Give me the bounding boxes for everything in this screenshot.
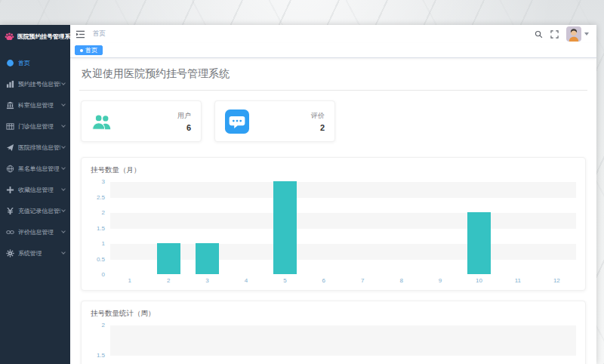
chevron-down-icon [61, 250, 66, 254]
sidebar-item-label: 评价信息管理 [18, 228, 60, 236]
sidebar-item-label: 黑名单信息管理 [18, 165, 60, 173]
tab-active-dot [80, 49, 83, 52]
chart-title: 挂号数量统计（周） [91, 309, 576, 319]
grid-band [110, 198, 576, 214]
stat-value: 6 [177, 123, 191, 132]
y-tick-label: 0.5 [97, 257, 105, 263]
bar-month-3 [196, 243, 219, 274]
breadcrumb[interactable]: 首页 [93, 29, 106, 39]
paw-icon [5, 32, 14, 42]
link-icon [6, 228, 14, 236]
sidebar-item-6[interactable]: 收藏信息管理 [0, 179, 70, 200]
table-icon [6, 122, 14, 131]
weekly-registrations-chart: 挂号数量统计（周） 21.510.50 [81, 301, 586, 364]
bar-month-2 [157, 243, 180, 274]
avatar[interactable] [566, 26, 581, 42]
chevron-down-icon [61, 208, 66, 212]
chevron-down-icon [61, 102, 66, 106]
y-tick-label: 2 [102, 322, 105, 329]
chevron-down-icon [61, 165, 66, 170]
sidebar-item-0[interactable]: 首页 [0, 52, 70, 73]
y-tick-label: 1.5 [97, 226, 105, 232]
chevron-down-icon [61, 144, 66, 149]
x-tick-label: 2 [149, 277, 187, 284]
fullscreen-icon[interactable] [550, 30, 559, 39]
y-tick-label: 0 [102, 272, 105, 278]
x-tick-label: 6 [304, 277, 343, 284]
x-tick-label: 3 [188, 277, 226, 284]
sidebar-item-3[interactable]: 门诊信息管理 [0, 116, 70, 137]
grid-band [110, 229, 576, 245]
y-axis: 21.510.50 [88, 325, 110, 364]
main-column: 首页 首页 欢迎使用医院预约挂号管理系统 用户6评价2 挂号数量（月） 32.5… [70, 25, 596, 364]
sidebar-menu: 首页预约挂号信息管理科室信息管理门诊信息管理医院排班信息管理黑名单信息管理收藏信… [0, 52, 70, 264]
send-icon [6, 143, 14, 152]
grid-band [110, 260, 576, 276]
chevron-down-icon [61, 123, 66, 128]
gear-icon [6, 249, 14, 258]
sidebar-item-9[interactable]: 系统管理 [0, 242, 70, 264]
plot [110, 182, 576, 275]
building-icon [6, 101, 14, 110]
sidebar-item-label: 门诊信息管理 [18, 122, 60, 131]
tabbar: 首页 [70, 43, 596, 58]
sidebar-item-label: 医院排班信息管理 [18, 143, 60, 152]
plot [110, 325, 576, 364]
x-tick-label: 12 [538, 277, 576, 284]
tab-label: 首页 [85, 46, 97, 54]
plus-icon [6, 186, 14, 194]
sidebar-item-2[interactable]: 科室信息管理 [0, 94, 70, 116]
sidebar: 医院预约挂号管理系统 首页预约挂号信息管理科室信息管理门诊信息管理医院排班信息管… [0, 25, 70, 364]
x-tick-label: 10 [460, 277, 498, 284]
sidebar-toggle-icon[interactable] [76, 30, 85, 39]
grid-band [110, 356, 576, 364]
sidebar-item-1[interactable]: 预约挂号信息管理 [0, 73, 70, 94]
sidebar-item-8[interactable]: 评价信息管理 [0, 221, 70, 242]
x-tick-label: 9 [421, 277, 459, 284]
search-icon[interactable] [535, 30, 543, 39]
y-tick-label: 1 [102, 241, 105, 247]
app-title: 医院预约挂号管理系统 [17, 32, 76, 41]
stat-label: 评价 [311, 111, 325, 121]
stat-card-1: 评价2 [214, 100, 335, 142]
stat-card-0: 用户6 [81, 100, 202, 142]
sidebar-item-label: 预约挂号信息管理 [18, 80, 60, 88]
x-tick-label: 5 [266, 277, 304, 284]
app-logo: 医院预约挂号管理系统 [0, 25, 70, 48]
sidebar-item-label: 首页 [18, 59, 65, 67]
grid-band [110, 182, 576, 198]
caret-down-icon[interactable] [584, 32, 589, 35]
chart-title: 挂号数量（月） [91, 165, 576, 175]
x-tick-label: 8 [382, 277, 421, 284]
x-tick-label: 11 [498, 277, 537, 284]
users-icon [91, 113, 113, 130]
x-axis: 123456789101112 [110, 277, 576, 284]
dashboard-icon [6, 59, 14, 67]
sidebar-item-5[interactable]: 黑名单信息管理 [0, 158, 70, 179]
y-axis: 32.521.510.50 [88, 182, 110, 275]
stat-cards-row: 用户6评价2 [81, 100, 586, 142]
sidebar-item-label: 收藏信息管理 [18, 186, 60, 194]
divider [79, 90, 587, 91]
sidebar-item-4[interactable]: 医院排班信息管理 [0, 137, 70, 158]
x-tick-label: 1 [110, 277, 149, 284]
chevron-down-icon [61, 187, 66, 191]
content-area: 欢迎使用医院预约挂号管理系统 用户6评价2 挂号数量（月） 32.521.510… [70, 58, 596, 364]
page-title: 欢迎使用医院预约挂号管理系统 [82, 67, 586, 81]
chevron-down-icon [61, 81, 66, 85]
chart-plot-area: 32.521.510.50 [88, 182, 576, 275]
x-tick-label: 7 [344, 277, 382, 284]
yen-icon [6, 207, 14, 215]
bar-month-10 [467, 212, 491, 274]
app-window: 医院预约挂号管理系统 首页预约挂号信息管理科室信息管理门诊信息管理医院排班信息管… [0, 25, 596, 364]
monthly-registrations-chart: 挂号数量（月） 32.521.510.50 123456789101112 [81, 157, 586, 291]
tab-home[interactable]: 首页 [75, 45, 103, 55]
chart-plot-area: 21.510.50 [88, 325, 576, 364]
chevron-down-icon [61, 229, 66, 233]
stat-label: 用户 [177, 111, 191, 121]
x-tick-label: 4 [226, 277, 265, 284]
bar-chart-icon [6, 80, 14, 88]
sidebar-item-7[interactable]: 充值记录信息管理 [0, 200, 70, 221]
grid-band [110, 325, 576, 356]
y-tick-label: 2 [102, 210, 105, 216]
